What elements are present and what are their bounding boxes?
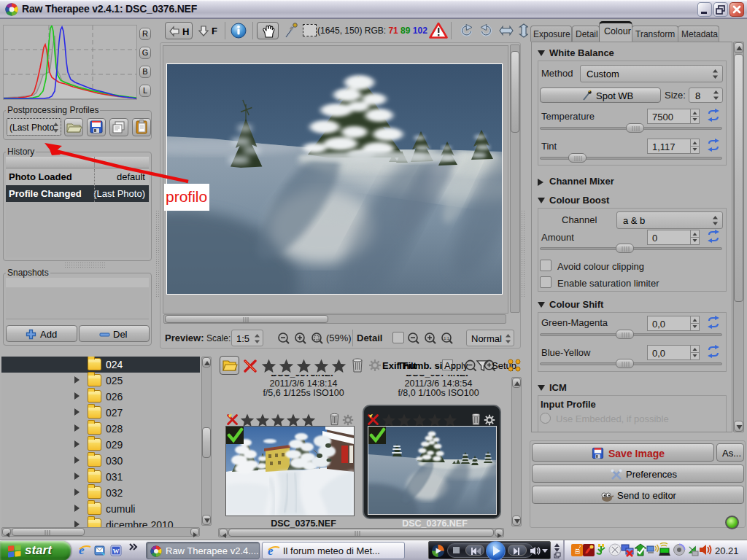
- svg-text:e: e: [79, 543, 85, 557]
- svg-text:1:1: 1:1: [444, 336, 449, 341]
- svg-text:W: W: [113, 548, 120, 555]
- svg-text:e: e: [268, 544, 274, 558]
